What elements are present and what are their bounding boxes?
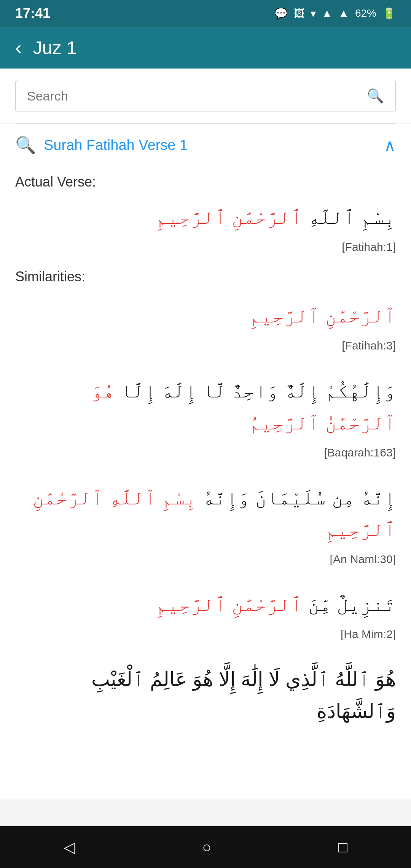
similarity-3-arabic: إِنَّهُ مِن سُلَيْمَانَ وَإِنَّهُ بِسْمِ… [15, 474, 396, 553]
similarities-label: Similarities: [15, 261, 396, 289]
status-time: 17:41 [15, 5, 50, 21]
header-title: Juz 1 [33, 37, 77, 58]
status-icons: 💬 🖼 ▾ ▲ ▲ 62% 🔋 [274, 7, 396, 20]
similarity-1-arabic: ٱلرَّحْمَٰنِ ٱلرَّحِيمِ [15, 292, 396, 339]
back-button[interactable]: ‹ [15, 38, 22, 57]
surah-search-icon: 🔍 [15, 135, 36, 155]
similarity-item-2: وَإِلَٰهُكُمْ إِلَٰهٌ وَاحِدٌ لَّا إِلَٰ… [15, 364, 396, 470]
whatsapp-icon: 💬 [274, 7, 288, 20]
similarity-3-normal: إِنَّهُ مِن سُلَيْمَانَ وَإِنَّهُ [197, 487, 396, 509]
similarity-item-1: ٱلرَّحْمَٰنِ ٱلرَّحِيمِ [Fatihah:3] [15, 289, 396, 364]
similarity-2-ref: [Baqarah:163] [15, 446, 396, 467]
bottom-spacer [15, 739, 396, 784]
actual-verse-ref: [Fatihah:1] [15, 241, 396, 261]
wifi-icon: ▾ [311, 7, 316, 20]
bottom-nav: ◁ ○ □ [0, 826, 411, 868]
search-input[interactable] [27, 89, 367, 104]
actual-verse-section: Actual Verse: بِسْمِ ٱللَّهِ ٱلرَّحْمَٰن… [15, 166, 396, 261]
actual-verse-normal-text: بِسْمِ ٱللَّهِ [302, 206, 396, 228]
nav-back-button[interactable]: ◁ [48, 834, 91, 860]
similarity-5-arabic: هُوَ ٱللَّهُ ٱلَّذِي لَا إِلَٰهَ إِلَّا … [15, 656, 396, 734]
actual-verse-highlight-text: ٱلرَّحْمَٰنِ ٱلرَّحِيمِ [155, 206, 302, 228]
similarity-2-normal: وَإِلَٰهُكُمْ إِلَٰهٌ وَاحِدٌ لَّا إِلَٰ… [115, 380, 396, 402]
similarity-item-5: هُوَ ٱللَّهُ ٱلَّذِي لَا إِلَٰهَ إِلَّا … [15, 652, 396, 738]
similarity-4-ref: [Ha Mim:2] [15, 628, 396, 648]
surah-title: Surah Fatihah Verse 1 [44, 137, 376, 153]
similarity-2-arabic: وَإِلَٰهُكُمْ إِلَٰهٌ وَاحِدٌ لَّا إِلَٰ… [15, 367, 396, 446]
similarity-1-ref: [Fatihah:3] [15, 339, 396, 360]
similarities-section: Similarities: ٱلرَّحْمَٰنِ ٱلرَّحِيمِ [F… [15, 261, 396, 739]
actual-verse-arabic: بِسْمِ ٱللَّهِ ٱلرَّحْمَٰنِ ٱلرَّحِيمِ [15, 194, 396, 241]
search-container: 🔍 [0, 69, 411, 123]
battery-icon: 🔋 [382, 7, 396, 20]
collapse-button[interactable]: ∧ [384, 136, 396, 155]
similarity-item-3: إِنَّهُ مِن سُلَيْمَانَ وَإِنَّهُ بِسْمِ… [15, 471, 396, 577]
search-icon-button[interactable]: 🔍 [367, 88, 384, 104]
signal-icon-2: ▲ [338, 7, 349, 19]
similarity-4-normal: تَنزِيلٌ مِّنَ [302, 593, 396, 615]
similarity-4-arabic: تَنزِيلٌ مِّنَ ٱلرَّحْمَٰنِ ٱلرَّحِيمِ [15, 581, 396, 628]
app-header: ‹ Juz 1 [0, 27, 411, 69]
signal-icon: ▲ [322, 7, 333, 19]
status-bar: 17:41 💬 🖼 ▾ ▲ ▲ 62% 🔋 [0, 0, 411, 27]
similarity-4-highlight: ٱلرَّحْمَٰنِ ٱلرَّحِيمِ [155, 593, 302, 615]
similarity-3-ref: [An Naml:30] [15, 553, 396, 573]
actual-verse-label: Actual Verse: [15, 166, 396, 194]
similarity-item-4: تَنزِيلٌ مِّنَ ٱلرَّحْمَٰنِ ٱلرَّحِيمِ [… [15, 577, 396, 652]
content-area: Actual Verse: بِسْمِ ٱللَّهِ ٱلرَّحْمَٰن… [0, 166, 411, 799]
search-box: 🔍 [15, 80, 396, 112]
nav-recents-button[interactable]: □ [323, 835, 363, 860]
gallery-icon: 🖼 [294, 7, 304, 20]
surah-header-row: 🔍 Surah Fatihah Verse 1 ∧ [0, 124, 411, 166]
similarity-5-normal: هُوَ ٱللَّهُ ٱلَّذِي لَا إِلَٰهَ إِلَّا … [91, 668, 396, 722]
battery-text: 62% [355, 7, 376, 19]
nav-home-button[interactable]: ○ [187, 835, 226, 860]
similarity-1-highlight: ٱلرَّحْمَٰنِ ٱلرَّحِيمِ [249, 305, 396, 327]
